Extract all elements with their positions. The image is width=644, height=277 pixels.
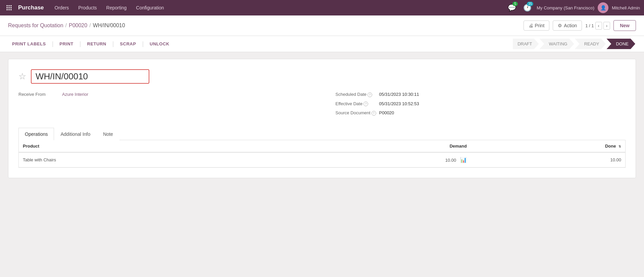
product-cell[interactable]: Table with Chairs (19, 152, 282, 167)
tab-operations[interactable]: Operations (18, 128, 54, 140)
svg-rect-5 (10, 7, 11, 8)
nav-configuration[interactable]: Configuration (132, 2, 168, 13)
svg-rect-6 (7, 9, 8, 10)
svg-rect-2 (10, 5, 11, 6)
scrap-button[interactable]: SCRAP (116, 40, 140, 48)
svg-rect-0 (7, 5, 8, 6)
svg-rect-7 (8, 9, 9, 10)
app-brand: Purchase (18, 4, 44, 11)
action-button[interactable]: ⚙ Action (553, 21, 582, 31)
receive-from-label: Receive From (18, 92, 62, 97)
tab-additional-info[interactable]: Additional Info (54, 128, 97, 140)
scheduled-date-help[interactable]: ? (367, 92, 372, 97)
sep2: | (80, 40, 81, 47)
breadcrumb-sep2: / (89, 23, 91, 29)
form-card: ☆ Receive From Azure Interior Scheduled … (8, 59, 636, 178)
col-demand: Demand (282, 140, 471, 152)
favorite-star[interactable]: ☆ (18, 71, 26, 82)
breadcrumb-bar: Requests for Quotation / P00020 / WH/IN/… (0, 15, 644, 36)
form-header: ☆ (18, 69, 626, 84)
status-done[interactable]: DONE (606, 39, 635, 49)
new-button[interactable]: New (613, 20, 636, 31)
apps-menu-button[interactable] (4, 3, 14, 13)
source-document-field: Source Document? P00020 (336, 110, 626, 116)
scheduled-date-value: 05/31/2023 10:30:11 (379, 92, 419, 97)
source-document-help[interactable]: ? (371, 111, 376, 116)
breadcrumb-p00020[interactable]: P00020 (69, 23, 87, 29)
demand-cell: 10.00 📊 (282, 152, 471, 167)
table-row: Table with Chairs 10.00 📊 10.00 (19, 152, 625, 167)
print-labels-button[interactable]: PRINT LABELS (8, 40, 50, 48)
prev-page-button[interactable]: ‹ (595, 22, 602, 30)
scheduled-date-label: Scheduled Date? (336, 92, 379, 97)
print-button[interactable]: 🖨 Print (524, 21, 550, 31)
col-done: Done ⇅ (471, 140, 625, 152)
page-navigation: 1 / 1 ‹ › (585, 22, 610, 30)
effective-date-value: 05/31/2023 10:52:53 (379, 101, 419, 106)
breadcrumb-current: WH/IN/00010 (93, 23, 125, 29)
messages-count: 5 (512, 2, 518, 6)
page-info: 1 / 1 (585, 23, 594, 28)
activities-button[interactable]: 🕐 35 (521, 2, 533, 14)
breadcrumb: Requests for Quotation / P00020 / WH/IN/… (8, 23, 125, 29)
operations-table: Product Demand Done ⇅ Table with Chairs … (19, 140, 625, 167)
user-avatar[interactable]: 👤 (598, 2, 608, 13)
effective-date-field: Effective Date? 05/31/2023 10:52:53 (336, 101, 626, 107)
done-cell: 10.00 (471, 152, 625, 167)
form-fields: Receive From Azure Interior Scheduled Da… (18, 92, 626, 120)
tabs-bar: Operations Additional Info Note (18, 128, 626, 140)
sep4: | (142, 40, 144, 47)
sep3: | (112, 40, 114, 47)
sep1: | (52, 40, 54, 47)
status-draft[interactable]: DRAFT (513, 39, 539, 49)
tab-content-operations: Product Demand Done ⇅ Table with Chairs … (18, 140, 626, 168)
receive-from-value[interactable]: Azure Interior (62, 92, 88, 97)
print-label: Print (535, 23, 545, 28)
breadcrumb-actions: 🖨 Print ⚙ Action 1 / 1 ‹ › New (524, 20, 636, 31)
next-page-button[interactable]: › (603, 22, 610, 30)
form-title-input[interactable] (31, 69, 149, 84)
status-ready[interactable]: READY (575, 39, 606, 49)
action-toolbar: PRINT LABELS | PRINT | RETURN | SCRAP | … (0, 36, 644, 52)
form-left: Receive From Azure Interior (18, 92, 322, 120)
source-document-label: Source Document? (336, 110, 379, 116)
main-content: ☆ Receive From Azure Interior Scheduled … (0, 52, 644, 185)
toolbar-left: PRINT LABELS | PRINT | RETURN | SCRAP | … (8, 40, 174, 48)
status-waiting[interactable]: WAITING (540, 39, 574, 49)
top-navigation: Purchase Orders Products Reporting Confi… (0, 0, 644, 15)
nav-orders[interactable]: Orders (51, 2, 73, 13)
svg-rect-1 (8, 5, 9, 6)
nav-products[interactable]: Products (74, 2, 101, 13)
messages-button[interactable]: 💬 5 (506, 2, 518, 14)
form-right: Scheduled Date? 05/31/2023 10:30:11 Effe… (322, 92, 626, 120)
company-name: My Company (San Francisco) (537, 5, 594, 10)
svg-rect-4 (8, 7, 9, 8)
breadcrumb-sep1: / (65, 23, 67, 29)
return-button[interactable]: RETURN (83, 40, 110, 48)
printer-icon: 🖨 (529, 23, 533, 28)
tab-note[interactable]: Note (97, 128, 119, 140)
svg-rect-8 (10, 9, 11, 10)
svg-rect-3 (7, 7, 8, 8)
action-label: Action (564, 23, 577, 28)
source-document-value: P00020 (379, 110, 394, 115)
table-header-row: Product Demand Done ⇅ (19, 140, 625, 152)
status-pipeline: DRAFT WAITING READY DONE (513, 39, 636, 49)
activities-count: 35 (527, 2, 533, 6)
done-sort-icon[interactable]: ⇅ (618, 145, 621, 148)
user-name: Mitchell Admin (612, 5, 640, 10)
col-product: Product (19, 140, 282, 152)
effective-date-help[interactable]: ? (363, 102, 368, 106)
effective-date-label: Effective Date? (336, 101, 379, 107)
receive-from-field: Receive From Azure Interior (18, 92, 322, 97)
scheduled-date-field: Scheduled Date? 05/31/2023 10:30:11 (336, 92, 626, 97)
print-button2[interactable]: PRINT (55, 40, 78, 48)
nav-reporting[interactable]: Reporting (102, 2, 131, 13)
gear-icon: ⚙ (558, 23, 562, 28)
chart-icon[interactable]: 📊 (460, 157, 467, 163)
unlock-button[interactable]: UNLOCK (146, 40, 174, 48)
breadcrumb-rfq[interactable]: Requests for Quotation (8, 23, 63, 29)
